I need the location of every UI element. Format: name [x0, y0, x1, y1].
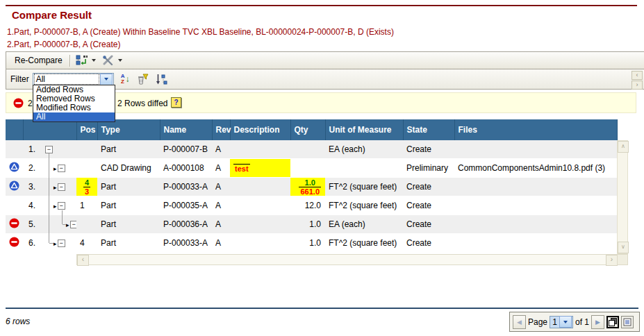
- header-qty[interactable]: Qty: [290, 119, 325, 140]
- pane-scroll-buttons: ‹ ›: [631, 71, 643, 90]
- re-compare-button[interactable]: Re-Compare: [10, 54, 67, 67]
- sort-tree-icon[interactable]: [156, 74, 167, 85]
- tree-arrow-icon: ▸: [53, 240, 57, 247]
- header-uom[interactable]: Unit of Measure: [325, 119, 403, 140]
- cell-qty: 1.0: [290, 215, 325, 234]
- cell-pos: [76, 215, 97, 234]
- collapse-icon[interactable]: −: [58, 165, 65, 172]
- cell-state: Create: [403, 234, 454, 253]
- cell-uom: FT^2 (square feet): [325, 234, 403, 253]
- page-label: Page: [528, 317, 547, 327]
- tree-arrow-icon: ▸: [53, 165, 57, 172]
- cell-status: [6, 159, 23, 178]
- scroll-left-icon[interactable]: ‹: [77, 255, 89, 266]
- diff-summary-text: 2 Rows diffed: [117, 99, 168, 108]
- cell-files: [454, 178, 617, 196]
- cascade-view-button[interactable]: [606, 316, 619, 328]
- header-files[interactable]: Files: [454, 119, 617, 140]
- chevron-down-icon[interactable]: [118, 59, 122, 62]
- table-row[interactable]: 3.▸− 43 Part P-000033-A A 1.0661.0 FT^2 …: [6, 178, 617, 196]
- dropdown-option-modified-rows[interactable]: Modified Rows: [33, 103, 115, 112]
- cell-description: [230, 140, 290, 159]
- list-view-icon: [623, 318, 631, 326]
- tools-icon[interactable]: [101, 54, 115, 67]
- cell-files: [454, 140, 617, 159]
- cell-type: Part: [97, 215, 160, 234]
- scrollbar-corner: [617, 254, 628, 265]
- removed-rows-icon: [13, 98, 24, 110]
- diff-top-value: 4: [83, 178, 90, 187]
- row-number: 3.: [28, 182, 45, 192]
- page-select[interactable]: 1: [550, 316, 573, 328]
- cell-name: A-0000108: [160, 159, 212, 178]
- vertical-scrollbar[interactable]: ∧ ∨: [617, 140, 628, 254]
- header-description[interactable]: Description: [230, 119, 290, 140]
- collapse-icon[interactable]: −: [58, 240, 65, 247]
- cell-uom: [325, 159, 403, 178]
- row-number: 4.: [28, 201, 45, 210]
- cell-state: Create: [403, 140, 454, 159]
- cell-name: P-000033-A: [160, 178, 212, 196]
- table-row[interactable]: 2.▸− CAD Drawing A-0000108 A test Prelim…: [6, 159, 617, 178]
- compare-options-icon[interactable]: [75, 54, 89, 67]
- cell-uom: EA (each): [325, 140, 403, 159]
- modified-row-icon: [9, 162, 19, 172]
- dropdown-option-all[interactable]: All: [33, 112, 115, 121]
- scroll-up-icon[interactable]: ∧: [618, 141, 629, 153]
- collapse-icon[interactable]: −: [58, 183, 65, 191]
- diff-bottom-value: 661.0: [299, 187, 321, 196]
- list-view-button[interactable]: [621, 316, 634, 328]
- cell-rownum-tree: 4.▸−: [23, 196, 76, 215]
- cell-pos: [76, 140, 97, 159]
- scroll-down-icon[interactable]: ∨: [618, 242, 629, 253]
- filter-dropdown: Added Rows Removed Rows Modified Rows Al…: [33, 85, 115, 122]
- cell-pos: 1: [76, 196, 97, 215]
- cell-rev: A: [212, 215, 230, 234]
- row-number: 5.: [28, 219, 45, 229]
- diff-summary-left-text: 2: [28, 99, 33, 108]
- cell-description: [230, 178, 290, 196]
- dropdown-option-added-rows[interactable]: Added Rows: [33, 85, 115, 94]
- row-number: 6.: [28, 238, 45, 248]
- cell-rev: A: [212, 159, 230, 178]
- header-pos[interactable]: Pos: [76, 119, 97, 140]
- scroll-right-icon[interactable]: ›: [606, 255, 618, 266]
- cell-state: Create: [403, 196, 454, 215]
- cell-name: P-000035-A: [160, 196, 212, 215]
- horizontal-scrollbar[interactable]: ‹ ›: [76, 254, 618, 265]
- table-row[interactable]: 5.▸− Part P-000036-A A 1.0 EA (each) Cre…: [6, 215, 617, 234]
- pane-scroll-left-icon[interactable]: ‹: [631, 71, 643, 80]
- table-row[interactable]: 1.− Part P-000007-B A EA (each) Create: [6, 140, 617, 159]
- collapse-icon[interactable]: −: [58, 202, 65, 210]
- table-header-row: Pos Type Name Rev Description Qty Unit o…: [6, 119, 617, 140]
- remove-filter-icon[interactable]: [136, 74, 149, 85]
- cell-status: [6, 178, 23, 196]
- cell-description: [230, 234, 290, 253]
- cell-uom: EA (each): [325, 215, 403, 234]
- collapse-icon[interactable]: −: [70, 221, 76, 228]
- removed-row-icon: [9, 218, 19, 228]
- dropdown-option-removed-rows[interactable]: Removed Rows: [33, 94, 115, 103]
- pane-scroll-right-icon[interactable]: ›: [631, 81, 643, 90]
- chevron-down-icon[interactable]: [559, 316, 572, 328]
- next-page-icon[interactable]: ▶: [591, 315, 604, 329]
- previous-page-icon[interactable]: ◀: [513, 315, 526, 329]
- cell-state: Create: [403, 178, 454, 196]
- tree-arrow-icon: ▸: [53, 203, 57, 210]
- header-name[interactable]: Name: [160, 119, 212, 140]
- cell-status: [6, 215, 23, 234]
- sort-arrow-icon: ↓: [125, 74, 129, 84]
- cell-rownum-tree: 3.▸−: [23, 178, 76, 196]
- header-state[interactable]: State: [403, 119, 454, 140]
- filter-select-value: All: [34, 74, 99, 85]
- collapse-icon[interactable]: −: [45, 146, 53, 153]
- table-row[interactable]: 6.▸− 4 Part P-000033-A A 1.0 FT^2 (squar…: [6, 234, 617, 253]
- chevron-down-icon[interactable]: [100, 74, 113, 85]
- table-row[interactable]: 4.▸− 1 Part P-000035-A A 12.0 FT^2 (squa…: [6, 196, 617, 215]
- sort-az-icon[interactable]: AZ ↓: [121, 74, 130, 85]
- help-icon[interactable]: ?: [171, 97, 181, 108]
- chevron-down-icon[interactable]: [92, 59, 96, 62]
- header-rev[interactable]: Rev: [212, 119, 230, 140]
- filter-select[interactable]: All: [33, 73, 114, 86]
- header-type[interactable]: Type: [97, 119, 160, 140]
